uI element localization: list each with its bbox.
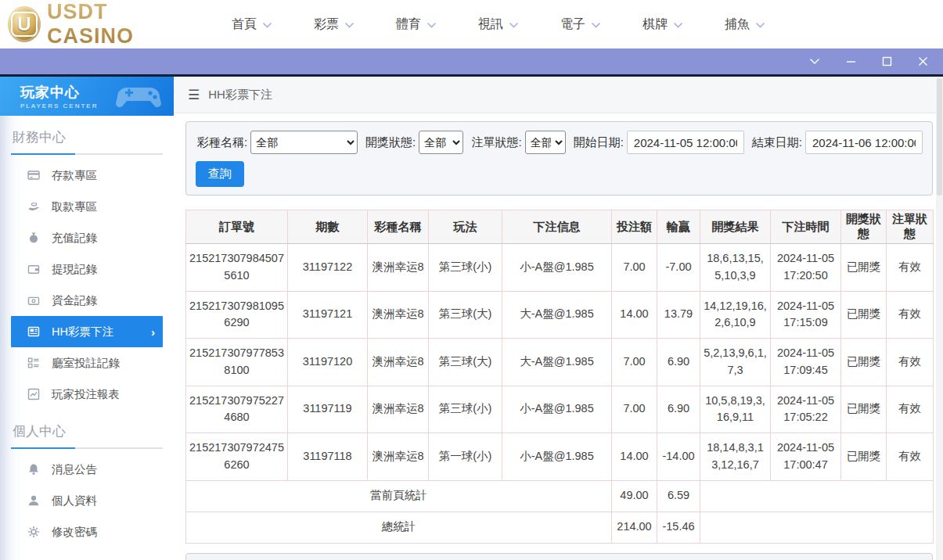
- sidebar-item-資金記錄[interactable]: 資金記錄: [11, 285, 163, 316]
- column-header-bet-time: 下注時間: [771, 210, 841, 244]
- chevron-down-icon: [509, 22, 519, 28]
- withdrawal-record-wallet-icon: [27, 263, 40, 276]
- lottery-name-select[interactable]: 全部: [250, 131, 358, 154]
- window-maximize-icon[interactable]: [880, 56, 893, 68]
- cell-lottery-name: 澳洲幸运8: [368, 386, 429, 433]
- chevron-down-icon: [673, 22, 683, 28]
- cell-win-loss: -7.00: [657, 244, 700, 292]
- section-rule: [11, 153, 163, 155]
- gamepad-icon: [116, 83, 164, 109]
- menu-item-label: 彩票: [314, 16, 339, 33]
- sidebar-item-提現記錄[interactable]: 提現記錄: [11, 253, 163, 285]
- top-navbar: U USDT CASINO 首頁彩票體育視訊電子棋牌捕魚: [0, 0, 943, 48]
- order-status-select[interactable]: 全部: [525, 131, 566, 154]
- scrollbar-thumb[interactable]: [937, 78, 942, 196]
- window-close-icon[interactable]: [916, 56, 929, 68]
- sidebar-item-label: 消息公告: [52, 462, 97, 477]
- menu-item-視訊[interactable]: 視訊: [478, 16, 519, 33]
- bets-table: 訂單號期數彩種名稱玩法下注信息投注額輸贏開獎結果下注時間開獎狀態注單狀態 215…: [185, 210, 934, 544]
- brand-logo[interactable]: U USDT CASINO: [8, 0, 188, 48]
- menu-item-捕魚[interactable]: 捕魚: [725, 16, 765, 33]
- sidebar-item-消息公告[interactable]: 消息公告: [11, 454, 163, 485]
- menu-item-電子[interactable]: 電子: [560, 16, 601, 33]
- section-title-個人中心: 個人中心: [13, 422, 161, 440]
- player-report-chart-icon: [27, 388, 40, 401]
- summary-row-current-page: 當前頁統計 49.00 6.59: [186, 480, 934, 512]
- current-page-summary-label: 當前頁統計: [186, 480, 612, 512]
- current-page-bet-total: 49.00: [612, 480, 657, 512]
- column-header-win-loss: 輸贏: [657, 210, 700, 244]
- menu-item-體育[interactable]: 體育: [396, 16, 437, 33]
- cell-period: 31197121: [288, 291, 368, 339]
- hamburger-icon[interactable]: ☰: [188, 88, 200, 102]
- sidebar-item-label: HH彩票下注: [52, 325, 113, 339]
- table-row: 215217307975227468031197119澳洲幸运8第三球(小)小-…: [186, 386, 934, 433]
- cell-lottery-name: 澳洲幸运8: [368, 244, 429, 292]
- cell-draw-status: 已開獎: [841, 433, 887, 481]
- sidebar-item-HH彩票下注[interactable]: HH彩票下注›: [11, 316, 163, 347]
- sidebar-item-廳室投註記錄[interactable]: 廳室投註記錄: [11, 347, 163, 379]
- search-button[interactable]: 查詢: [196, 161, 244, 187]
- sidebar-item-充值記錄[interactable]: 充值記錄: [11, 222, 163, 253]
- start-date-input[interactable]: [627, 131, 744, 154]
- table-row: 215217307977853810031197120澳洲幸运8第三球(大)大-…: [186, 339, 934, 386]
- sidebar-item-個人資料[interactable]: 個人資料: [11, 485, 163, 516]
- end-date-label: 結束日期:: [752, 135, 802, 150]
- chevron-right-icon: ›: [151, 325, 155, 339]
- cell-bet-time: 2024-11-05 17:20:50: [771, 244, 841, 292]
- sidebar: 玩家中心 PLAYERS CENTER 財務中心存款專區取款專區充值記錄提現記錄…: [0, 77, 174, 560]
- column-header-bet-amount: 投注額: [612, 210, 657, 244]
- cell-bet-info: 小-A盤@1.985: [502, 244, 612, 292]
- main-inner: 彩種名稱: 全部 開獎狀態: 全部 注單狀態: 全部 開始日期:: [174, 113, 943, 560]
- chevron-down-icon: [344, 22, 355, 28]
- sidebar-item-存款專區[interactable]: 存款專區: [11, 160, 163, 191]
- menu-item-棋牌[interactable]: 棋牌: [642, 16, 683, 33]
- sidebar-item-修改密碼[interactable]: 修改密碼: [11, 516, 163, 547]
- cell-order-status: 有效: [887, 291, 934, 339]
- lottery-name-label: 彩種名稱:: [197, 135, 247, 150]
- sidebar-menu: 財務中心存款專區取款專區充值記錄提現記錄資金記錄HH彩票下注›廳室投註記錄玩家投…: [0, 128, 174, 560]
- menu-item-彩票[interactable]: 彩票: [314, 16, 355, 33]
- cell-period: 31197122: [288, 244, 368, 292]
- draw-status-label: 開獎狀態:: [365, 135, 416, 150]
- sidebar-title: 玩家中心: [20, 83, 98, 102]
- column-header-period: 期數: [288, 210, 368, 244]
- sidebar-header: 玩家中心 PLAYERS CENTER: [0, 77, 174, 116]
- cell-win-loss: 6.90: [657, 339, 700, 386]
- cell-period: 31197118: [288, 433, 368, 481]
- chevron-down-icon: [427, 22, 437, 28]
- order-status-label: 注單狀態:: [471, 135, 521, 150]
- table-header-row: 訂單號期數彩種名稱玩法下注信息投注額輸贏開獎結果下注時間開獎狀態注單狀態: [186, 210, 934, 244]
- cell-draw-result: 14,12,19,16,2,6,10,9: [700, 291, 771, 339]
- vertical-scrollbar[interactable]: [936, 77, 943, 560]
- cell-draw-result: 10,5,8,19,3,16,9,11: [700, 386, 771, 433]
- content-area: 玩家中心 PLAYERS CENTER 財務中心存款專區取款專區充值記錄提現記錄…: [0, 74, 943, 560]
- sidebar-item-label: 充值記錄: [52, 231, 97, 246]
- cell-bet-info: 大-A盤@1.985: [502, 339, 612, 386]
- end-date-input[interactable]: [805, 131, 923, 154]
- sidebar-item-取款專區[interactable]: 取款專區: [11, 191, 163, 222]
- cell-draw-status: 已開獎: [841, 291, 887, 339]
- draw-status-select[interactable]: 全部: [419, 131, 463, 154]
- column-header-draw-status: 開獎狀態: [841, 210, 887, 244]
- window-menu-chevron-icon[interactable]: [808, 56, 821, 68]
- menu-item-首頁[interactable]: 首頁: [232, 16, 272, 33]
- cell-play-type: 第三球(大): [429, 291, 502, 339]
- cell-win-loss: 13.79: [657, 291, 700, 339]
- window-titlebar: [0, 48, 943, 74]
- bets-table-body: 215217307984507561031197122澳洲幸运8第三球(小)小-…: [186, 244, 934, 481]
- cell-draw-result: 18,14,8,3,13,12,16,7: [700, 433, 771, 481]
- sidebar-item-玩家投注報表[interactable]: 玩家投注報表: [11, 379, 163, 410]
- cell-order-status: 有效: [887, 339, 934, 386]
- announcement-bell-icon: [27, 463, 40, 476]
- column-header-play-type: 玩法: [429, 210, 502, 244]
- menu-item-label: 體育: [396, 16, 421, 33]
- sidebar-item-label: 取款專區: [52, 199, 97, 214]
- cell-order-status: 有效: [887, 433, 934, 481]
- sidebar-item-label: 個人資料: [52, 494, 97, 508]
- sidebar-item-label: 存款專區: [52, 168, 97, 183]
- cell-bet-amount: 7.00: [612, 386, 657, 433]
- window-minimize-icon[interactable]: [844, 56, 857, 68]
- cell-bet-time: 2024-11-05 17:09:45: [771, 339, 841, 386]
- grand-total-bet: 214.00: [612, 512, 657, 543]
